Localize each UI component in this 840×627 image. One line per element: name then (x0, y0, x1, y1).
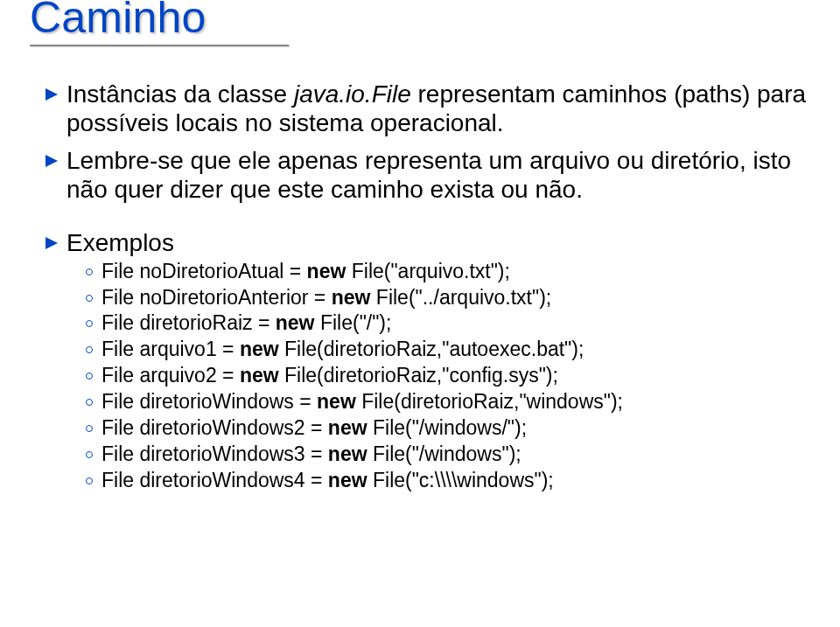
code-run: File("/windows"); (373, 442, 522, 465)
code-text: File noDiretorioAnterior = new File("../… (102, 285, 551, 311)
code-run: File diretorioWindows3 = (102, 442, 328, 465)
code-line: File diretorioWindows2 = new File("/wind… (86, 415, 810, 442)
code-run: File noDiretorioAnterior = (102, 286, 332, 309)
code-run: File diretorioWindows4 = (102, 469, 328, 491)
examples-label: Exemplos (66, 228, 174, 257)
title-underline (30, 45, 289, 46)
slide-title: Caminho (30, 0, 810, 41)
slide-content: Instâncias da classe java.io.File repres… (30, 80, 810, 494)
code-run: File("../arquivo.txt"); (376, 286, 551, 309)
bullet-item: Instâncias da classe java.io.File repres… (46, 80, 810, 137)
code-run: File(diretorioRaiz,"autoexec.bat"); (284, 338, 584, 360)
code-text: File diretorioWindows3 = new File("/wind… (102, 442, 522, 468)
ring-icon (86, 477, 93, 484)
bullet-item: Lembre-se que ele apenas representa um a… (46, 146, 810, 204)
code-bold: new (328, 469, 373, 491)
spacer (46, 212, 810, 228)
code-text: File diretorioWindows4 = new File("c:\\\… (102, 468, 554, 494)
code-bold: new (307, 260, 352, 282)
code-line: File diretorioWindows = new File(diretor… (86, 389, 810, 415)
arrow-icon (46, 237, 61, 249)
slide: Caminho Instâncias da classe java.io.Fil… (0, 0, 840, 622)
code-run: File(diretorioRaiz,"windows"); (361, 390, 623, 413)
examples-list: File noDiretorioAtual = new File("arquiv… (86, 259, 810, 494)
ring-icon (86, 320, 93, 327)
code-line: File diretorioWindows3 = new File("/wind… (86, 442, 810, 468)
paragraph-1: Instâncias da classe java.io.File repres… (66, 80, 810, 137)
code-text: File diretorioWindows2 = new File("/wind… (102, 415, 527, 442)
code-run: File arquivo1 = (102, 338, 240, 360)
code-run: File arquivo2 = (102, 364, 240, 387)
ring-icon (86, 346, 93, 353)
svg-marker-1 (46, 155, 58, 167)
code-text: File arquivo1 = new File(diretorioRaiz,"… (102, 337, 584, 363)
code-run: File("c:\\\\windows"); (373, 469, 554, 491)
code-text: File noDiretorioAtual = new File("arquiv… (102, 259, 510, 285)
code-line: File arquivo2 = new File(diretorioRaiz,"… (86, 363, 810, 389)
code-run: File diretorioRaiz = (102, 311, 276, 334)
ring-icon (86, 373, 93, 380)
code-text: File arquivo2 = new File(diretorioRaiz,"… (102, 363, 558, 389)
code-run: File("arquivo.txt"); (352, 260, 510, 282)
code-bold: new (276, 311, 320, 334)
arrow-icon (46, 88, 61, 101)
ring-icon (86, 399, 93, 406)
ring-icon (86, 451, 93, 458)
code-bold: new (332, 286, 376, 309)
code-bold: new (328, 416, 373, 439)
code-bold: new (317, 390, 361, 413)
code-line: File diretorioRaiz = new File("/"); (86, 310, 810, 337)
svg-marker-2 (46, 237, 58, 249)
code-bold: new (328, 442, 373, 465)
ring-icon (86, 425, 93, 432)
bullet-item: Exemplos (46, 228, 810, 257)
code-run: File("/windows/"); (373, 416, 527, 439)
code-run: File diretorioWindows2 = (102, 416, 328, 439)
code-line: File noDiretorioAnterior = new File("../… (86, 285, 810, 311)
paragraph-2: Lembre-se que ele apenas representa um a… (66, 146, 810, 204)
code-run: File(diretorioRaiz,"config.sys"); (284, 364, 558, 387)
code-run: File diretorioWindows = (102, 390, 317, 413)
code-run: File noDiretorioAtual = (102, 260, 307, 282)
svg-marker-0 (46, 88, 58, 101)
code-bold: new (240, 338, 284, 360)
code-text: File diretorioRaiz = new File("/"); (102, 310, 391, 337)
text-run: Instâncias da classe (66, 80, 294, 108)
code-bold: new (240, 364, 284, 387)
code-run: File("/"); (320, 311, 392, 334)
code-text: File diretorioWindows = new File(diretor… (102, 389, 623, 415)
arrow-icon (46, 155, 61, 167)
ring-icon (86, 268, 93, 275)
code-line: File arquivo1 = new File(diretorioRaiz,"… (86, 337, 810, 363)
code-line: File noDiretorioAtual = new File("arquiv… (86, 259, 810, 285)
code-line: File diretorioWindows4 = new File("c:\\\… (86, 468, 810, 494)
ring-icon (86, 295, 93, 302)
text-italic: java.io.File (294, 80, 418, 108)
